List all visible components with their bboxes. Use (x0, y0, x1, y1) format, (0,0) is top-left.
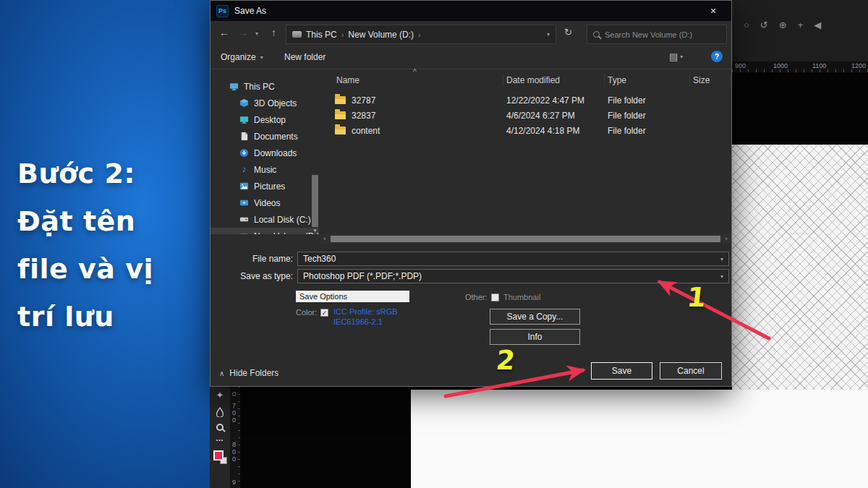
sidebar-item-new-volume-d[interactable]: New Volume (D:) (210, 228, 319, 234)
sidebar-item-label: Pictures (254, 181, 285, 192)
dialog-content: This PC 3D Objects Desktop Documents Dow… (210, 69, 731, 244)
file-name-label: File name: (210, 254, 293, 264)
file-type: File folder (605, 111, 690, 121)
chevron-up-icon: ∧ (219, 369, 224, 377)
ruler-digit: 0 (230, 416, 238, 424)
help-button[interactable]: ? (711, 51, 723, 62)
sidebar-item-3d-objects[interactable]: 3D Objects (210, 95, 319, 111)
scroll-right-icon[interactable]: › (722, 234, 731, 244)
address-dropdown-chevron-icon[interactable]: ▾ (547, 31, 550, 38)
file-row[interactable]: 32837 4/6/2024 6:27 PM File folder (320, 108, 731, 123)
icc-profile-text: IEC61966-2.1 (333, 317, 383, 326)
tutorial-note-panel: Bước 2: Đặt tên file và vị trí lưu (0, 0, 210, 488)
ruler-digit: 0 (230, 455, 238, 463)
chevron-down-icon[interactable]: ▾ (720, 273, 723, 280)
file-name-input[interactable] (303, 254, 716, 264)
horizontal-scrollbar[interactable]: ‹ › (320, 234, 731, 244)
cancel-button[interactable]: Cancel (660, 362, 722, 380)
sort-ascending-icon: ^ (413, 68, 417, 76)
color-swatches[interactable] (213, 450, 226, 463)
file-name: 32787 (352, 95, 375, 106)
back-icon[interactable]: ← (219, 27, 229, 38)
breadcrumb-separator-icon[interactable]: › (418, 30, 421, 39)
dialog-title-bar[interactable]: Ps Save As × (210, 1, 731, 21)
chevron-down-icon[interactable]: ▾ (720, 256, 723, 262)
file-type: File folder (605, 126, 690, 136)
ruler-digit: 7 (230, 402, 238, 409)
column-header-size[interactable]: Size (690, 74, 731, 87)
scroll-down-icon[interactable]: ▾ (312, 227, 318, 234)
sidebar-item-desktop[interactable]: Desktop (210, 111, 319, 128)
scrollbar-thumb[interactable] (331, 236, 720, 242)
scroll-left-icon[interactable]: ‹ (320, 234, 329, 244)
sidebar-item-music[interactable]: ♪ Music (210, 161, 319, 178)
file-name-combobox[interactable]: ▾ (297, 252, 729, 266)
thumbnail-checkbox[interactable] (491, 294, 499, 301)
sidebar-item-local-disk-c[interactable]: Local Disk (C:) (210, 211, 319, 228)
this-pc-icon (229, 82, 239, 91)
breadcrumb-new-volume[interactable]: New Volume (D:) (348, 30, 414, 40)
new-volume-icon (239, 231, 249, 234)
local-disk-icon (239, 215, 249, 224)
save-a-copy-button[interactable]: Save a Copy... (490, 309, 580, 325)
shape-tool-icon[interactable]: ✦ (216, 390, 224, 401)
sidebar-item-downloads[interactable]: Downloads (210, 145, 319, 161)
sidebar-item-this-pc[interactable]: This PC (210, 78, 319, 95)
address-bar[interactable]: This PC › New Volume (D:) › ▾ (286, 25, 556, 44)
document-canvas (411, 390, 868, 488)
forward-icon[interactable]: → (238, 27, 248, 38)
ps-play-icon[interactable]: ◀ (814, 20, 821, 30)
info-button[interactable]: Info (490, 329, 580, 345)
other-label: Other: (465, 293, 488, 301)
file-row[interactable]: 32787 12/22/2022 4:47 PM File folder (320, 93, 731, 108)
ps-plus-icon[interactable]: + (798, 20, 804, 30)
ps-target-icon[interactable]: ⊕ (779, 20, 787, 30)
save-button[interactable]: Save (591, 362, 652, 380)
smudge-tool-icon[interactable] (216, 407, 224, 417)
column-header-date-modified[interactable]: Date modified (503, 74, 605, 87)
command-bar: Organize ▾ New folder ▤ ▾ ? (210, 46, 731, 69)
zoom-tool-icon[interactable] (216, 424, 224, 431)
save-as-type-dropdown[interactable]: Photoshop PDF (*.PDF;*.PDP) ▾ (297, 269, 729, 283)
transparency-checkerboard (732, 145, 868, 390)
sidebar-scrollbar[interactable]: ▾ (312, 175, 318, 234)
sidebar-item-label: New Volume (D:) (254, 231, 319, 235)
search-box[interactable]: Search New Volume (D:) (587, 25, 727, 44)
organize-button[interactable]: Organize ▾ (221, 52, 263, 62)
icc-profile-checkbox[interactable]: ✓ (320, 309, 328, 317)
recent-locations-chevron-icon[interactable]: ▾ (255, 30, 258, 37)
file-name: content (352, 126, 380, 136)
column-header-type[interactable]: Type (605, 74, 690, 87)
refresh-icon[interactable]: ↻ (564, 27, 572, 38)
icc-profile-text: ICC Profile: sRGB (333, 307, 398, 316)
column-header-name[interactable]: Name (320, 74, 503, 87)
hide-folders-toggle[interactable]: ∧ Hide Folders (219, 368, 278, 378)
ruler-digit: 0 (230, 409, 238, 416)
ruler-digit: 8 (230, 441, 238, 448)
sidebar-item-videos[interactable]: Videos (210, 194, 319, 211)
close-icon[interactable]: × (701, 5, 726, 17)
step-text-line: trí lưu (17, 301, 114, 333)
downloads-icon (239, 148, 249, 158)
file-date: 12/22/2022 4:47 PM (503, 95, 605, 106)
foreground-color-swatch[interactable] (213, 450, 224, 461)
save-as-type-label: Save as type: (210, 271, 293, 281)
sidebar-item-documents[interactable]: Documents (210, 128, 319, 145)
breadcrumb-this-pc[interactable]: This PC (306, 30, 337, 40)
scrollbar-thumb[interactable] (312, 175, 318, 227)
file-row[interactable]: content 4/12/2024 4:18 PM File folder (320, 123, 731, 138)
view-options-button[interactable]: ▤ ▾ (669, 51, 683, 62)
sidebar-item-label: Desktop (254, 115, 286, 125)
up-icon[interactable]: ↑ (271, 27, 276, 38)
ruler-number: 1200 (851, 62, 866, 69)
more-tools-icon[interactable]: ••• (216, 437, 224, 442)
ps-tool-option-icon[interactable]: ○ (744, 20, 749, 30)
search-icon (593, 31, 600, 38)
breadcrumb-separator-icon[interactable]: › (341, 30, 344, 39)
sidebar-item-pictures[interactable]: Pictures (210, 178, 319, 194)
organize-label: Organize (221, 52, 256, 62)
new-folder-button[interactable]: New folder (284, 52, 326, 62)
ruler-digit: 9 (230, 479, 238, 486)
save-as-dialog: Ps Save As × ← → ▾ ↑ This PC › New Volum… (210, 0, 732, 387)
ps-rotate-icon[interactable]: ↺ (760, 20, 768, 30)
